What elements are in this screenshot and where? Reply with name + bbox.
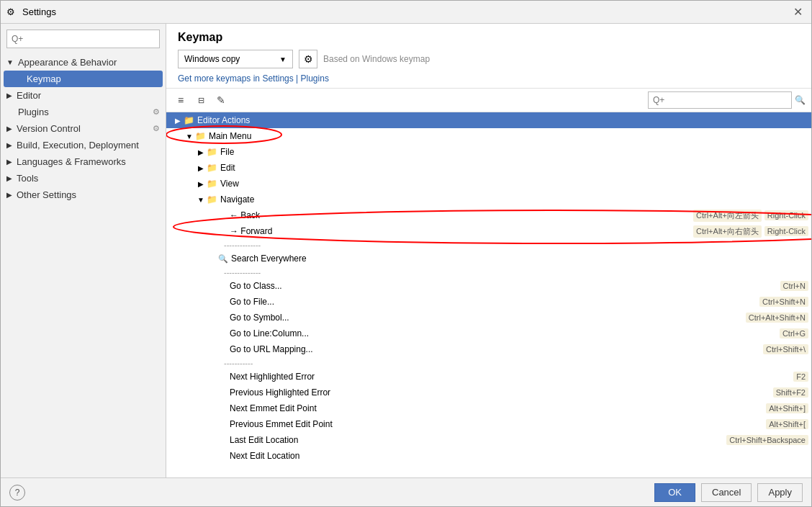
tree-row[interactable]: Previous Highlighted Error Shift+F2	[166, 385, 811, 400]
expand-icon[interactable]: ▶	[195, 164, 207, 172]
close-button[interactable]: ✕	[790, 5, 806, 19]
expand-all-button[interactable]: ≡	[172, 92, 189, 108]
tree-row[interactable]: ▼ 📁 Navigate	[166, 192, 811, 207]
expand-icon[interactable]: ▼	[184, 133, 195, 140]
sidebar-item-languages[interactable]: ▶ Languages & Frameworks	[1, 153, 166, 170]
tree-row[interactable]: ← Back Ctrl+Alt+向左箭头 Right-Click	[166, 207, 811, 223]
keymap-controls: Windows copy ▼ ⚙ Based on Windows keymap	[178, 50, 800, 68]
tree-item-label: Go to File...	[230, 297, 759, 307]
tree-item-label: Last Edit Location	[230, 435, 726, 445]
arrow-icon: ▶	[6, 158, 12, 166]
tree-item-label: Editor Actions	[197, 115, 811, 125]
tree-row[interactable]: Next Emmet Edit Point Alt+Shift+]	[166, 400, 811, 416]
collapse-all-button[interactable]: ⊟	[192, 92, 209, 108]
tree-row[interactable]: 🔍 Search Everywhere	[166, 251, 811, 266]
tree-row[interactable]: ▶ 📁 File	[166, 144, 811, 160]
ok-button[interactable]: OK	[654, 483, 695, 502]
edit-button[interactable]: ✎	[212, 92, 230, 108]
separator-row: --------------	[166, 266, 811, 278]
shortcut-badge: Ctrl+Alt+Shift+N	[746, 313, 808, 323]
tree-row[interactable]: Next Highlighted Error F2	[166, 369, 811, 385]
help-button[interactable]: ?	[9, 485, 25, 501]
sidebar-item-label: Appearance & Behavior	[18, 57, 117, 68]
sidebar-item-keymap[interactable]: Keymap	[4, 71, 163, 87]
tree-row[interactable]: Go to URL Mapping... Ctrl+Shift+\	[166, 341, 811, 357]
keymap-preset-label: Windows copy	[184, 54, 240, 64]
help-icon: ?	[15, 488, 20, 498]
folder-icon: 📁	[195, 131, 206, 141]
sidebar: ▼ Appearance & Behavior Keymap ▶ Editor …	[1, 24, 166, 477]
plugins-config-icon: ⚙	[153, 107, 160, 117]
tree-item-label: ← Back	[230, 210, 693, 220]
tree-row[interactable]: Last Edit Location Ctrl+Shift+Backspace	[166, 432, 811, 448]
sidebar-search-input[interactable]	[12, 34, 155, 44]
navigate-oval-container: ← Back Ctrl+Alt+向左箭头 Right-Click → Forwa…	[166, 207, 811, 239]
arrow-icon: ▶	[6, 174, 12, 182]
bottom-bar: ? OK Cancel Apply	[1, 477, 811, 506]
dropdown-arrow-icon: ▼	[279, 55, 287, 63]
shortcut-badge: Right-Click	[764, 210, 808, 220]
shortcut-badge: Ctrl+Shift+\	[763, 344, 808, 354]
folder-icon: 📁	[207, 163, 217, 173]
tree-row[interactable]: ▶ 📁 Edit	[166, 160, 811, 176]
sidebar-item-tools[interactable]: ▶ Tools	[1, 170, 166, 187]
sidebar-item-version-control[interactable]: ▶ Version Control ⚙	[1, 120, 166, 137]
sidebar-item-appearance[interactable]: ▼ Appearance & Behavior	[1, 54, 166, 71]
sidebar-item-other[interactable]: ▶ Other Settings	[1, 187, 166, 203]
sidebar-item-label: Languages & Frameworks	[17, 156, 126, 167]
tree-item-label: Previous Highlighted Error	[230, 387, 773, 398]
tree-item-label: Main Menu	[209, 131, 811, 141]
tree-row[interactable]: Go to Class... Ctrl+N	[166, 278, 811, 294]
tree-row[interactable]: ▶ 📁 View	[166, 176, 811, 192]
sidebar-item-label: Plugins	[18, 107, 49, 117]
apply-button[interactable]: Apply	[757, 483, 803, 502]
get-more-keymaps-link[interactable]: Get more keymaps in Settings | Plugins	[178, 73, 329, 84]
sidebar-item-editor[interactable]: ▶ Editor	[1, 87, 166, 104]
tree-row[interactable]: Go to Line:Column... Ctrl+G	[166, 326, 811, 341]
expand-icon[interactable]: ▶	[195, 180, 207, 188]
tree-row[interactable]: Go to File... Ctrl+Shift+N	[166, 294, 811, 310]
shortcut-badge: Ctrl+Alt+向右箭头	[693, 225, 762, 238]
expand-icon[interactable]: ▶	[195, 148, 207, 156]
title-bar-left: ⚙ Settings	[6, 6, 56, 18]
tree-row[interactable]: → Forward Ctrl+Alt+向右箭头 Right-Click	[166, 223, 811, 239]
folder-icon: 📁	[184, 115, 194, 125]
shortcut-badge: Alt+Shift+[	[766, 419, 808, 429]
sidebar-item-label: Version Control	[17, 123, 81, 134]
sidebar-item-plugins[interactable]: Plugins ⚙	[1, 104, 166, 120]
tree-item-label: Go to Line:Column...	[230, 328, 780, 338]
sidebar-item-build[interactable]: ▶ Build, Execution, Deployment	[1, 137, 166, 153]
arrow-icon: ▼	[6, 58, 14, 66]
tree-item-label: Go to Class...	[230, 281, 780, 291]
vc-config-icon: ⚙	[153, 124, 160, 133]
keymap-preset-dropdown[interactable]: Windows copy ▼	[178, 50, 293, 68]
expand-icon[interactable]: ▼	[195, 196, 207, 204]
tree-item-label: Search Everywhere	[231, 254, 811, 264]
expand-icon[interactable]: ▶	[172, 117, 184, 125]
tree-row[interactable]: Go to Symbol... Ctrl+Alt+Shift+N	[166, 310, 811, 326]
tree-item-label: Previous Emmet Edit Point	[230, 419, 766, 429]
tree-row[interactable]: ▶ 📁 Editor Actions	[166, 112, 811, 128]
bottom-right: OK Cancel Apply	[654, 483, 803, 502]
keymap-gear-button[interactable]: ⚙	[299, 50, 317, 68]
sidebar-search-box[interactable]	[6, 30, 160, 48]
sidebar-item-label: Keymap	[27, 73, 61, 84]
cancel-button[interactable]: Cancel	[701, 483, 752, 502]
bottom-left: ?	[9, 485, 25, 501]
edit-icon: ✎	[217, 94, 225, 106]
arrow-icon: ▶	[6, 191, 12, 199]
expand-all-icon: ≡	[178, 94, 184, 106]
folder-icon: 📁	[207, 179, 217, 189]
action-toolbar: ≡ ⊟ ✎ 🔍	[166, 89, 811, 112]
tree-row[interactable]: Next Edit Location	[166, 448, 811, 464]
keymap-description: Based on Windows keymap	[323, 54, 430, 64]
keymap-tree[interactable]: ▶ 📁 Editor Actions ▼ 📁 Main Menu	[166, 112, 811, 477]
content-area: Keymap Windows copy ▼ ⚙ Based on Windows…	[166, 24, 811, 477]
shortcut-badge: Ctrl+Shift+N	[759, 297, 808, 307]
tree-item-label: Go to Symbol...	[230, 313, 746, 323]
tree-item-label: Edit	[220, 163, 811, 173]
keymap-search-input[interactable]	[648, 91, 792, 109]
search-area: 🔍	[648, 91, 806, 109]
tree-row[interactable]: Previous Emmet Edit Point Alt+Shift+[	[166, 416, 811, 432]
tree-row[interactable]: ▼ 📁 Main Menu	[166, 128, 811, 144]
